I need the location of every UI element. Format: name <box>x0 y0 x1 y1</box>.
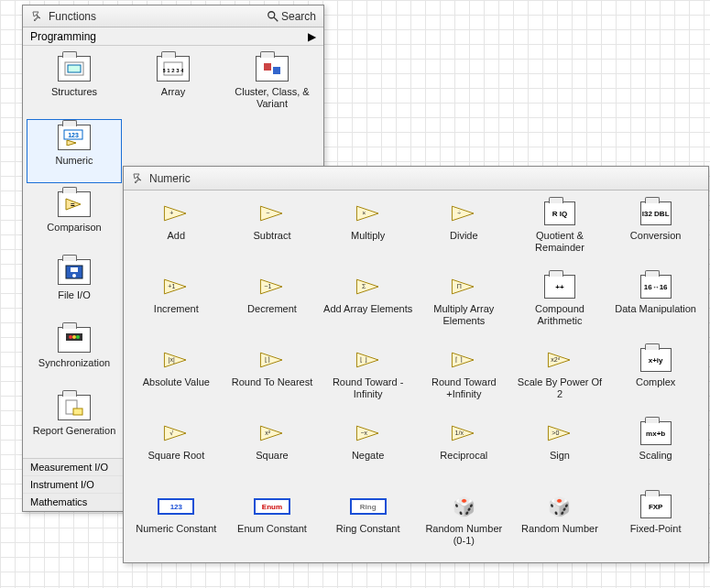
palette-item-array[interactable]: 8 1 2 3 4 Array <box>126 51 221 115</box>
numeric-item-quotient-remainder[interactable]: R IQ Quotient & Remainder <box>513 200 607 264</box>
numeric-item-add[interactable]: + Add <box>129 200 224 264</box>
numeric-item-icon: ⌊ ⌋ <box>350 346 387 374</box>
palette-item-structures[interactable]: Structures <box>27 51 122 115</box>
svg-marker-24 <box>260 206 282 221</box>
numeric-item-divide[interactable]: ÷ Divide <box>417 200 511 264</box>
functions-title: Functions <box>49 10 267 23</box>
numeric-item-label: Scaling <box>639 450 672 462</box>
numeric-item-absolute-value[interactable]: |x| Absolute Value <box>129 346 224 410</box>
svg-marker-48 <box>165 426 187 441</box>
numeric-item-icon: mx+b <box>638 419 674 447</box>
numeric-item-numeric-constant[interactable]: 123 Numeric Constant <box>129 493 224 557</box>
pin-icon[interactable] <box>30 9 45 24</box>
palette-item-numeric[interactable]: 123 Numeric <box>27 119 122 183</box>
numeric-item-round-to-nearest[interactable]: ⌊⌉ Round To Nearest <box>225 346 320 410</box>
numeric-item-round-toward-infinity[interactable]: ⌊ ⌋ Round Toward -Infinity <box>321 346 415 410</box>
numeric-item-icon: 🎲 <box>445 493 482 520</box>
numeric-title: Numeric <box>149 172 701 185</box>
palette-item-label: Comparison <box>47 222 101 234</box>
svg-text:×: × <box>362 210 366 216</box>
svg-text:√: √ <box>170 430 174 436</box>
numeric-item-square-root[interactable]: √ Square Root <box>129 419 224 484</box>
numeric-item-label: Random Number (0-1) <box>418 523 509 546</box>
pin-icon[interactable] <box>131 171 146 186</box>
numeric-item-icon: 123 <box>158 493 194 520</box>
search-button[interactable]: Search <box>267 10 316 23</box>
numeric-item-round-toward-infinity[interactable]: ⌈ ⌉ Round Toward +Infinity <box>417 346 511 410</box>
numeric-item-reciprocal[interactable]: 1/x Reciprocal <box>417 419 511 484</box>
svg-marker-34 <box>356 279 378 294</box>
numeric-item-multiply[interactable]: × Multiply <box>321 200 415 264</box>
numeric-item-icon: −x <box>350 419 387 447</box>
numeric-item-increment[interactable]: +1 Increment <box>129 273 224 337</box>
numeric-item-conversion[interactable]: I32 DBL Conversion <box>608 200 703 264</box>
numeric-item-label: Add <box>168 230 186 242</box>
svg-marker-50 <box>260 426 282 441</box>
svg-rect-14 <box>71 267 78 272</box>
svg-rect-6 <box>264 63 271 71</box>
numeric-item-icon: x+iy <box>638 346 674 374</box>
numeric-item-ring-constant[interactable]: Ring Ring Constant <box>321 493 415 557</box>
palette-item-cluster-class-variant[interactable]: Cluster, Class, & Variant <box>224 51 320 115</box>
numeric-item-random-number-0-1-[interactable]: 🎲 Random Number (0-1) <box>417 493 511 557</box>
search-icon <box>267 10 279 23</box>
breadcrumb[interactable]: Programming ▶ <box>23 27 323 46</box>
palette-item-label: Cluster, Class, & Variant <box>226 86 318 109</box>
svg-text:−1: −1 <box>264 283 271 289</box>
numeric-item-icon: Enum <box>254 493 290 520</box>
numeric-item-complex[interactable]: x+iy Complex <box>608 346 703 410</box>
numeric-item-icon: 🎲 <box>541 493 578 520</box>
svg-text:÷: ÷ <box>458 210 462 216</box>
numeric-item-label: Sign <box>550 450 570 462</box>
numeric-item-decrement[interactable]: −1 Decrement <box>225 273 320 337</box>
numeric-item-icon: |x| <box>158 346 194 374</box>
numeric-item-random-number[interactable]: 🎲 Random Number <box>513 493 607 557</box>
numeric-item-label: Scale By Power Of 2 <box>514 376 606 399</box>
svg-text:Π: Π <box>457 283 462 289</box>
svg-rect-7 <box>273 67 280 74</box>
numeric-item-icon: FXP <box>638 493 674 520</box>
numeric-item-label: Decrement <box>247 303 297 315</box>
numeric-item-icon: 16↔16 <box>638 273 674 300</box>
svg-text:=: = <box>71 201 75 209</box>
numeric-item-scale-by-power-of-2[interactable]: x2ⁿ Scale By Power Of 2 <box>513 346 607 410</box>
palette-item-file-i-o[interactable]: File I/O <box>27 255 122 319</box>
numeric-item-negate[interactable]: −x Negate <box>321 419 415 484</box>
numeric-item-data-manipulation[interactable]: 16↔16 Data Manipulation <box>608 273 703 337</box>
palette-item-icon <box>57 324 92 355</box>
palette-item-icon: 123 <box>57 122 92 153</box>
numeric-panel: Numeric + Add − Subtract × Multiply ÷ Di… <box>123 166 709 563</box>
palette-item-icon <box>57 392 92 423</box>
numeric-item-square[interactable]: x² Square <box>225 419 320 484</box>
numeric-item-fixed-point[interactable]: FXP Fixed-Point <box>608 493 703 557</box>
palette-item-synchronization[interactable]: Synchronization <box>27 322 122 387</box>
svg-text:+: + <box>170 210 174 216</box>
svg-point-15 <box>72 274 76 278</box>
numeric-item-multiply-array-elements[interactable]: Π Multiply Array Elements <box>417 273 511 337</box>
numeric-item-label: Add Array Elements <box>323 303 412 315</box>
palette-item-report-generation[interactable]: Report Generation <box>27 390 122 454</box>
palette-item-label: Report Generation <box>33 425 116 437</box>
svg-text:1/x: 1/x <box>455 430 464 436</box>
palette-item-comparison[interactable]: = Comparison <box>27 187 122 251</box>
numeric-item-label: Random Number <box>521 523 598 535</box>
numeric-item-subtract[interactable]: − Subtract <box>225 200 320 264</box>
svg-text:|x|: |x| <box>169 356 175 364</box>
svg-marker-36 <box>453 279 475 294</box>
numeric-item-add-array-elements[interactable]: Σ Add Array Elements <box>321 273 415 337</box>
svg-point-0 <box>268 11 275 17</box>
palette-item-label: Array <box>161 86 185 98</box>
numeric-item-compound-arithmetic[interactable]: ++ Compound Arithmetic <box>513 273 607 337</box>
numeric-item-label: Data Manipulation <box>615 303 696 315</box>
numeric-item-icon: Σ <box>350 273 387 300</box>
svg-text:⌈ ⌉: ⌈ ⌉ <box>456 356 464 363</box>
numeric-item-label: Round Toward +Infinity <box>418 376 509 399</box>
svg-text:>0: >0 <box>552 430 559 436</box>
numeric-item-scaling[interactable]: mx+b Scaling <box>608 419 703 484</box>
numeric-item-icon: Ring <box>350 493 387 520</box>
numeric-item-sign[interactable]: >0 Sign <box>513 419 607 484</box>
svg-marker-10 <box>67 140 76 146</box>
numeric-item-icon: >0 <box>541 419 578 447</box>
numeric-item-enum-constant[interactable]: Enum Enum Constant <box>225 493 320 557</box>
numeric-item-icon: I32 DBL <box>638 200 674 227</box>
